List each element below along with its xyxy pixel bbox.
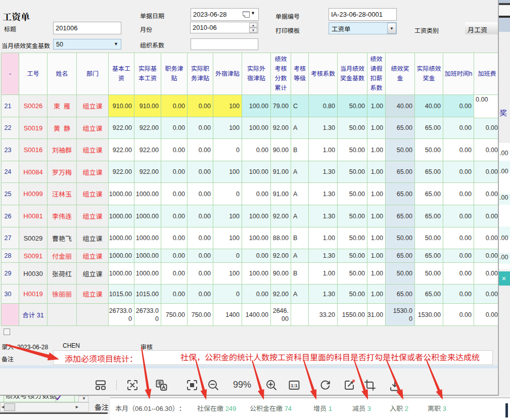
svg-text:1:1: 1:1 (291, 383, 298, 388)
